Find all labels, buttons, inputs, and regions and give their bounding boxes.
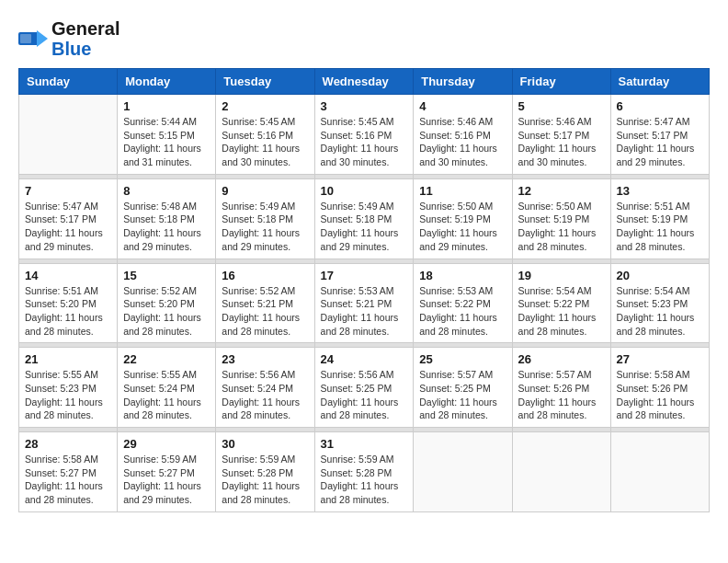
day-number: 30 [222,437,308,451]
calendar-cell: 17Sunrise: 5:53 AMSunset: 5:21 PMDayligh… [314,263,414,343]
day-info: Sunrise: 5:44 AMSunset: 5:15 PMDaylight:… [123,115,210,169]
calendar-cell: 4Sunrise: 5:46 AMSunset: 5:16 PMDaylight… [414,95,512,175]
weekday-header: Friday [512,69,610,95]
calendar-cell [512,432,610,512]
day-info: Sunrise: 5:50 AMSunset: 5:19 PMDaylight:… [518,200,605,254]
day-info: Sunrise: 5:50 AMSunset: 5:19 PMDaylight:… [419,200,506,254]
day-number: 10 [321,184,408,198]
day-number: 4 [419,99,506,113]
calendar-cell: 2Sunrise: 5:45 AMSunset: 5:16 PMDaylight… [216,95,314,175]
calendar-header-row: SundayMondayTuesdayWednesdayThursdayFrid… [19,69,710,95]
day-info: Sunrise: 5:57 AMSunset: 5:25 PMDaylight:… [419,368,506,422]
day-number: 14 [25,269,111,282]
day-info: Sunrise: 5:53 AMSunset: 5:22 PMDaylight:… [419,284,506,339]
calendar-cell: 26Sunrise: 5:57 AMSunset: 5:26 PMDayligh… [512,348,610,428]
day-info: Sunrise: 5:56 AMSunset: 5:25 PMDaylight:… [321,368,408,422]
day-number: 22 [123,352,210,366]
calendar-cell: 8Sunrise: 5:48 AMSunset: 5:18 PMDaylight… [118,178,216,259]
day-info: Sunrise: 5:57 AMSunset: 5:26 PMDaylight:… [518,368,605,422]
calendar-cell: 15Sunrise: 5:52 AMSunset: 5:20 PMDayligh… [118,263,216,343]
calendar-cell [610,432,709,512]
calendar-cell: 25Sunrise: 5:57 AMSunset: 5:25 PMDayligh… [414,348,512,428]
calendar-cell: 29Sunrise: 5:59 AMSunset: 5:27 PMDayligh… [118,432,216,512]
calendar-cell: 22Sunrise: 5:55 AMSunset: 5:24 PMDayligh… [118,348,216,428]
day-info: Sunrise: 5:46 AMSunset: 5:17 PMDaylight:… [518,115,605,169]
calendar-row: 7Sunrise: 5:47 AMSunset: 5:17 PMDaylight… [19,178,710,259]
calendar-cell: 23Sunrise: 5:56 AMSunset: 5:24 PMDayligh… [216,348,314,428]
calendar-cell: 21Sunrise: 5:55 AMSunset: 5:23 PMDayligh… [19,348,118,428]
weekday-header: Tuesday [216,69,314,95]
calendar-cell: 20Sunrise: 5:54 AMSunset: 5:23 PMDayligh… [610,263,709,343]
calendar-cell: 5Sunrise: 5:46 AMSunset: 5:17 PMDaylight… [512,95,610,175]
calendar-cell: 14Sunrise: 5:51 AMSunset: 5:20 PMDayligh… [19,263,118,343]
day-info: Sunrise: 5:59 AMSunset: 5:27 PMDaylight:… [123,453,210,507]
day-info: Sunrise: 5:59 AMSunset: 5:28 PMDaylight:… [222,453,308,507]
day-number: 18 [419,269,506,282]
day-number: 26 [518,352,605,366]
svg-rect-2 [20,34,31,43]
calendar-cell: 13Sunrise: 5:51 AMSunset: 5:19 PMDayligh… [610,178,709,259]
day-number: 8 [123,184,210,198]
day-number: 23 [222,352,308,366]
day-number: 6 [617,99,703,113]
logo-blue: Blue [51,39,91,59]
day-number: 20 [617,269,703,282]
day-info: Sunrise: 5:51 AMSunset: 5:19 PMDaylight:… [617,200,703,254]
day-number: 1 [123,99,210,113]
calendar-cell: 1Sunrise: 5:44 AMSunset: 5:15 PMDaylight… [118,95,216,175]
calendar-cell: 24Sunrise: 5:56 AMSunset: 5:25 PMDayligh… [314,348,414,428]
calendar-row: 1Sunrise: 5:44 AMSunset: 5:15 PMDaylight… [19,95,710,175]
day-number: 31 [321,437,408,451]
day-number: 3 [321,99,408,113]
day-number: 9 [222,184,308,198]
day-info: Sunrise: 5:54 AMSunset: 5:22 PMDaylight:… [518,284,605,339]
day-info: Sunrise: 5:47 AMSunset: 5:17 PMDaylight:… [617,115,703,169]
day-info: Sunrise: 5:59 AMSunset: 5:28 PMDaylight:… [321,453,408,507]
weekday-header: Saturday [610,69,709,95]
day-number: 29 [123,437,210,451]
svg-marker-1 [37,30,48,47]
calendar-cell: 30Sunrise: 5:59 AMSunset: 5:28 PMDayligh… [216,432,314,512]
day-number: 24 [321,352,408,366]
calendar-cell: 11Sunrise: 5:50 AMSunset: 5:19 PMDayligh… [414,178,512,259]
weekday-header: Sunday [19,69,118,95]
weekday-header: Monday [118,69,216,95]
day-info: Sunrise: 5:45 AMSunset: 5:16 PMDaylight:… [222,115,308,169]
day-number: 12 [518,184,605,198]
calendar-cell: 7Sunrise: 5:47 AMSunset: 5:17 PMDaylight… [19,178,118,259]
day-info: Sunrise: 5:47 AMSunset: 5:17 PMDaylight:… [25,200,111,254]
day-info: Sunrise: 5:48 AMSunset: 5:18 PMDaylight:… [123,200,210,254]
day-info: Sunrise: 5:54 AMSunset: 5:23 PMDaylight:… [617,284,703,339]
calendar-row: 28Sunrise: 5:58 AMSunset: 5:27 PMDayligh… [19,432,710,512]
day-info: Sunrise: 5:58 AMSunset: 5:27 PMDaylight:… [25,453,111,507]
calendar-cell: 9Sunrise: 5:49 AMSunset: 5:18 PMDaylight… [216,178,314,259]
calendar-row: 21Sunrise: 5:55 AMSunset: 5:23 PMDayligh… [19,348,710,428]
day-info: Sunrise: 5:52 AMSunset: 5:20 PMDaylight:… [123,284,210,339]
day-info: Sunrise: 5:53 AMSunset: 5:21 PMDaylight:… [321,284,408,339]
day-number: 17 [321,269,408,282]
calendar-cell [19,95,118,175]
day-number: 11 [419,184,506,198]
day-number: 27 [617,352,703,366]
calendar-cell: 3Sunrise: 5:45 AMSunset: 5:16 PMDaylight… [314,95,414,175]
day-info: Sunrise: 5:58 AMSunset: 5:26 PMDaylight:… [617,368,703,422]
calendar-cell: 6Sunrise: 5:47 AMSunset: 5:17 PMDaylight… [610,95,709,175]
calendar-cell: 12Sunrise: 5:50 AMSunset: 5:19 PMDayligh… [512,178,610,259]
calendar-cell: 28Sunrise: 5:58 AMSunset: 5:27 PMDayligh… [19,432,118,512]
calendar-cell: 10Sunrise: 5:49 AMSunset: 5:18 PMDayligh… [314,178,414,259]
day-info: Sunrise: 5:55 AMSunset: 5:23 PMDaylight:… [25,368,111,422]
logo-icon [18,29,48,49]
weekday-header: Wednesday [314,69,414,95]
day-number: 28 [25,437,111,451]
calendar-cell: 16Sunrise: 5:52 AMSunset: 5:21 PMDayligh… [216,263,314,343]
calendar-row: 14Sunrise: 5:51 AMSunset: 5:20 PMDayligh… [19,263,710,343]
logo: General Blue [18,18,119,59]
day-info: Sunrise: 5:46 AMSunset: 5:16 PMDaylight:… [419,115,506,169]
day-info: Sunrise: 5:49 AMSunset: 5:18 PMDaylight:… [222,200,308,254]
calendar-cell: 31Sunrise: 5:59 AMSunset: 5:28 PMDayligh… [314,432,414,512]
day-info: Sunrise: 5:52 AMSunset: 5:21 PMDaylight:… [222,284,308,339]
day-number: 15 [123,269,210,282]
calendar-cell: 19Sunrise: 5:54 AMSunset: 5:22 PMDayligh… [512,263,610,343]
day-number: 19 [518,269,605,282]
day-number: 5 [518,99,605,113]
